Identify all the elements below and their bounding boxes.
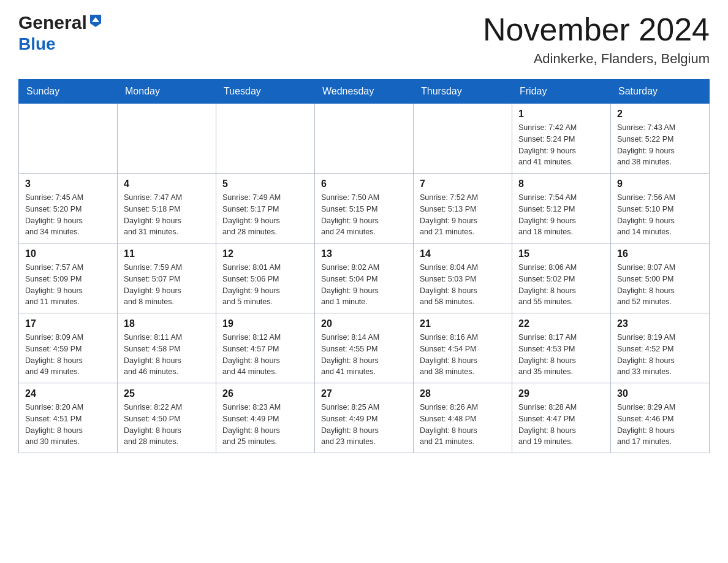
calendar-cell: 20Sunrise: 8:14 AMSunset: 4:55 PMDayligh…: [315, 313, 414, 383]
day-number: 15: [518, 248, 604, 259]
day-number: 23: [617, 318, 703, 329]
calendar-table: SundayMondayTuesdayWednesdayThursdayFrid…: [18, 79, 710, 453]
calendar-cell: 16Sunrise: 8:07 AMSunset: 5:00 PMDayligh…: [611, 243, 710, 313]
week-row-1: 1Sunrise: 7:42 AMSunset: 5:24 PMDaylight…: [19, 104, 710, 174]
calendar-cell: 6Sunrise: 7:50 AMSunset: 5:15 PMDaylight…: [315, 174, 414, 243]
calendar-cell: 19Sunrise: 8:12 AMSunset: 4:57 PMDayligh…: [216, 313, 315, 383]
day-info: Sunrise: 8:29 AMSunset: 4:46 PMDaylight:…: [617, 402, 703, 448]
week-row-5: 24Sunrise: 8:20 AMSunset: 4:51 PMDayligh…: [19, 383, 710, 453]
day-info: Sunrise: 8:25 AMSunset: 4:49 PMDaylight:…: [321, 402, 407, 448]
calendar-subtitle: Adinkerke, Flanders, Belgium: [483, 51, 710, 67]
calendar-cell: 5Sunrise: 7:49 AMSunset: 5:17 PMDaylight…: [216, 174, 315, 243]
day-number: 4: [124, 178, 210, 190]
weekday-header-sunday: Sunday: [19, 80, 118, 104]
logo-arrow-icon: [89, 13, 102, 29]
day-info: Sunrise: 7:49 AMSunset: 5:17 PMDaylight:…: [222, 192, 308, 238]
day-number: 29: [518, 388, 604, 399]
day-info: Sunrise: 7:59 AMSunset: 5:07 PMDaylight:…: [124, 262, 210, 308]
day-info: Sunrise: 8:11 AMSunset: 4:58 PMDaylight:…: [124, 332, 210, 378]
calendar-cell: 30Sunrise: 8:29 AMSunset: 4:46 PMDayligh…: [611, 383, 710, 453]
calendar-cell: 25Sunrise: 8:22 AMSunset: 4:50 PMDayligh…: [118, 383, 216, 453]
day-info: Sunrise: 8:07 AMSunset: 5:00 PMDaylight:…: [617, 262, 703, 308]
calendar-cell: [118, 104, 216, 174]
week-row-3: 10Sunrise: 7:57 AMSunset: 5:09 PMDayligh…: [19, 243, 710, 313]
calendar-cell: 11Sunrise: 7:59 AMSunset: 5:07 PMDayligh…: [118, 243, 216, 313]
calendar-cell: [19, 104, 118, 174]
day-info: Sunrise: 8:04 AMSunset: 5:03 PMDaylight:…: [420, 262, 506, 308]
day-info: Sunrise: 8:26 AMSunset: 4:48 PMDaylight:…: [420, 402, 506, 448]
day-number: 19: [222, 318, 308, 329]
day-number: 25: [124, 388, 210, 399]
day-number: 24: [25, 388, 111, 399]
day-info: Sunrise: 7:47 AMSunset: 5:18 PMDaylight:…: [124, 192, 210, 238]
calendar-cell: 18Sunrise: 8:11 AMSunset: 4:58 PMDayligh…: [118, 313, 216, 383]
calendar-cell: 27Sunrise: 8:25 AMSunset: 4:49 PMDayligh…: [315, 383, 414, 453]
day-number: 9: [617, 178, 703, 190]
day-number: 27: [321, 388, 407, 399]
calendar-cell: [414, 104, 512, 174]
day-info: Sunrise: 8:14 AMSunset: 4:55 PMDaylight:…: [321, 332, 407, 378]
day-number: 21: [420, 318, 506, 329]
calendar-cell: 29Sunrise: 8:28 AMSunset: 4:47 PMDayligh…: [512, 383, 611, 453]
day-number: 1: [518, 109, 604, 120]
calendar-cell: [216, 104, 315, 174]
day-info: Sunrise: 8:17 AMSunset: 4:53 PMDaylight:…: [518, 332, 604, 378]
day-number: 22: [518, 318, 604, 329]
calendar-cell: 3Sunrise: 7:45 AMSunset: 5:20 PMDaylight…: [19, 174, 118, 243]
day-info: Sunrise: 8:09 AMSunset: 4:59 PMDaylight:…: [25, 332, 111, 378]
day-number: 10: [25, 248, 111, 259]
calendar-cell: 10Sunrise: 7:57 AMSunset: 5:09 PMDayligh…: [19, 243, 118, 313]
calendar-cell: [315, 104, 414, 174]
logo-general-text: General: [18, 12, 87, 33]
day-number: 16: [617, 248, 703, 259]
calendar-cell: 22Sunrise: 8:17 AMSunset: 4:53 PMDayligh…: [512, 313, 611, 383]
day-info: Sunrise: 7:50 AMSunset: 5:15 PMDaylight:…: [321, 192, 407, 238]
calendar-cell: 26Sunrise: 8:23 AMSunset: 4:49 PMDayligh…: [216, 383, 315, 453]
day-info: Sunrise: 8:02 AMSunset: 5:04 PMDaylight:…: [321, 262, 407, 308]
calendar-cell: 2Sunrise: 7:43 AMSunset: 5:22 PMDaylight…: [611, 104, 710, 174]
day-number: 14: [420, 248, 506, 259]
day-number: 18: [124, 318, 210, 329]
day-info: Sunrise: 8:19 AMSunset: 4:52 PMDaylight:…: [617, 332, 703, 378]
day-info: Sunrise: 7:45 AMSunset: 5:20 PMDaylight:…: [25, 192, 111, 238]
day-number: 2: [617, 109, 703, 120]
day-number: 20: [321, 318, 407, 329]
weekday-header-row: SundayMondayTuesdayWednesdayThursdayFrid…: [19, 80, 710, 104]
day-number: 28: [420, 388, 506, 399]
day-number: 13: [321, 248, 407, 259]
calendar-cell: 4Sunrise: 7:47 AMSunset: 5:18 PMDaylight…: [118, 174, 216, 243]
day-info: Sunrise: 8:12 AMSunset: 4:57 PMDaylight:…: [222, 332, 308, 378]
day-number: 26: [222, 388, 308, 399]
calendar-cell: 7Sunrise: 7:52 AMSunset: 5:13 PMDaylight…: [414, 174, 512, 243]
weekday-header-monday: Monday: [118, 80, 216, 104]
calendar-cell: 21Sunrise: 8:16 AMSunset: 4:54 PMDayligh…: [414, 313, 512, 383]
day-info: Sunrise: 7:43 AMSunset: 5:22 PMDaylight:…: [617, 122, 703, 168]
day-info: Sunrise: 8:06 AMSunset: 5:02 PMDaylight:…: [518, 262, 604, 308]
day-number: 11: [124, 248, 210, 259]
page-header: General Blue November 2024 Adinkerke, Fl…: [18, 12, 710, 67]
day-number: 6: [321, 178, 407, 190]
weekday-header-tuesday: Tuesday: [216, 80, 315, 104]
day-info: Sunrise: 7:52 AMSunset: 5:13 PMDaylight:…: [420, 192, 506, 238]
calendar-cell: 12Sunrise: 8:01 AMSunset: 5:06 PMDayligh…: [216, 243, 315, 313]
weekday-header-friday: Friday: [512, 80, 611, 104]
day-number: 8: [518, 178, 604, 190]
day-info: Sunrise: 8:22 AMSunset: 4:50 PMDaylight:…: [124, 402, 210, 448]
day-number: 7: [420, 178, 506, 190]
calendar-title: November 2024: [483, 12, 710, 47]
day-number: 17: [25, 318, 111, 329]
day-info: Sunrise: 7:56 AMSunset: 5:10 PMDaylight:…: [617, 192, 703, 238]
week-row-2: 3Sunrise: 7:45 AMSunset: 5:20 PMDaylight…: [19, 174, 710, 243]
weekday-header-thursday: Thursday: [414, 80, 512, 104]
day-info: Sunrise: 7:57 AMSunset: 5:09 PMDaylight:…: [25, 262, 111, 308]
calendar-cell: 23Sunrise: 8:19 AMSunset: 4:52 PMDayligh…: [611, 313, 710, 383]
calendar-cell: 17Sunrise: 8:09 AMSunset: 4:59 PMDayligh…: [19, 313, 118, 383]
calendar-cell: 9Sunrise: 7:56 AMSunset: 5:10 PMDaylight…: [611, 174, 710, 243]
calendar-cell: 8Sunrise: 7:54 AMSunset: 5:12 PMDaylight…: [512, 174, 611, 243]
day-info: Sunrise: 8:28 AMSunset: 4:47 PMDaylight:…: [518, 402, 604, 448]
day-number: 12: [222, 248, 308, 259]
weekday-header-saturday: Saturday: [611, 80, 710, 104]
title-block: November 2024 Adinkerke, Flanders, Belgi…: [483, 12, 710, 67]
calendar-cell: 1Sunrise: 7:42 AMSunset: 5:24 PMDaylight…: [512, 104, 611, 174]
weekday-header-wednesday: Wednesday: [315, 80, 414, 104]
